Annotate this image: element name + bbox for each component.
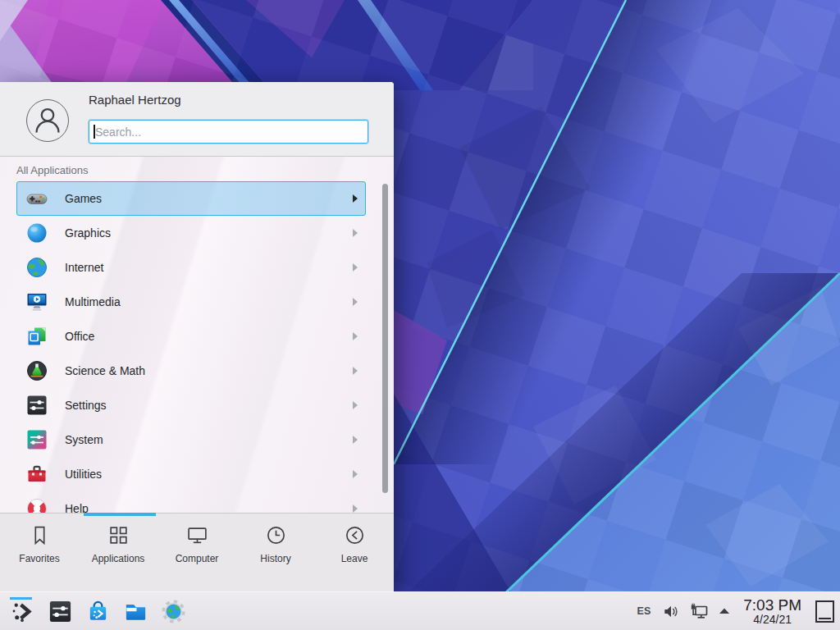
network-icon bbox=[689, 601, 710, 622]
application-launcher-icon bbox=[10, 599, 35, 624]
computer-icon bbox=[186, 524, 208, 546]
menu-item-settings[interactable]: Settings bbox=[16, 388, 366, 422]
user-name: Raphael Hertzog bbox=[89, 93, 181, 107]
menu-item-utilities[interactable]: Utilities bbox=[16, 457, 366, 491]
system-settings-launcher[interactable] bbox=[46, 596, 74, 626]
menu-item-label: Utilities bbox=[65, 468, 102, 481]
menu-item-help[interactable]: Help bbox=[16, 491, 366, 513]
chevron-right-icon bbox=[353, 263, 358, 272]
chevron-right-icon bbox=[353, 332, 358, 340]
office-icon bbox=[25, 325, 48, 348]
games-icon bbox=[25, 187, 48, 210]
chevron-right-icon bbox=[353, 194, 358, 203]
menu-item-label: Multimedia bbox=[65, 295, 121, 308]
application-launcher-menu: Raphael Hertzog All Applications bbox=[0, 82, 394, 591]
tab-label: Applications bbox=[92, 553, 145, 564]
clock-date: 4/24/21 bbox=[753, 614, 792, 626]
internet-icon bbox=[25, 256, 48, 279]
menu-item-label: Office bbox=[65, 330, 94, 343]
menu-item-science-math[interactable]: Science & Math bbox=[16, 354, 366, 388]
tab-computer[interactable]: Computer bbox=[158, 524, 236, 564]
applications-icon bbox=[107, 524, 130, 546]
menu-item-graphics[interactable]: Graphics bbox=[16, 216, 366, 250]
system-icon bbox=[25, 428, 48, 451]
menu-item-label: Internet bbox=[65, 261, 103, 274]
discover-icon bbox=[85, 599, 111, 624]
menu-item-system[interactable]: System bbox=[16, 422, 366, 457]
application-launcher-button[interactable] bbox=[8, 596, 36, 626]
system-settings-icon bbox=[48, 599, 73, 624]
volume-button[interactable] bbox=[661, 602, 680, 621]
keyboard-layout-indicator[interactable]: ES bbox=[637, 605, 651, 617]
menu-body: All Applications Games bbox=[0, 157, 394, 513]
tab-leave[interactable]: Leave bbox=[315, 524, 394, 564]
discover-launcher[interactable] bbox=[84, 596, 112, 626]
favorites-icon bbox=[29, 524, 51, 546]
chevron-right-icon bbox=[353, 401, 358, 409]
clock-time: 7:03 PM bbox=[743, 596, 801, 614]
tab-label: History bbox=[260, 553, 290, 564]
user-avatar-icon[interactable] bbox=[26, 99, 69, 142]
menu-item-label: Help bbox=[65, 502, 89, 513]
tab-favorites[interactable]: Favorites bbox=[0, 524, 79, 564]
menu-item-internet[interactable]: Internet bbox=[16, 250, 366, 285]
menu-item-games[interactable]: Games bbox=[16, 181, 366, 216]
text-caret bbox=[94, 125, 95, 139]
graphics-icon bbox=[25, 221, 48, 244]
web-browser-icon bbox=[161, 599, 186, 624]
digital-clock[interactable]: 7:03 PM 4/24/21 bbox=[743, 596, 801, 626]
taskbar: ES bbox=[0, 591, 840, 630]
menu-item-label: Graphics bbox=[65, 226, 111, 240]
web-browser-launcher[interactable] bbox=[159, 596, 187, 626]
tab-applications[interactable]: Applications bbox=[79, 524, 158, 564]
search-field-wrap bbox=[89, 120, 368, 144]
menu-header: Raphael Hertzog bbox=[0, 82, 394, 156]
tab-label: Computer bbox=[176, 553, 219, 564]
footer-tabs: Favorites Applications bbox=[0, 524, 394, 564]
utilities-icon bbox=[25, 463, 48, 486]
expand-tray-button[interactable] bbox=[718, 605, 731, 618]
file-manager-launcher[interactable] bbox=[121, 596, 149, 626]
section-label: All Applications bbox=[16, 164, 88, 176]
app-category-list: Games Graphics bbox=[16, 181, 366, 513]
chevron-right-icon bbox=[353, 298, 358, 306]
file-manager-icon bbox=[123, 599, 148, 624]
menu-item-label: Games bbox=[65, 192, 102, 205]
chevron-right-icon bbox=[353, 229, 358, 237]
network-button[interactable] bbox=[689, 601, 710, 622]
active-launcher-indicator bbox=[10, 597, 32, 600]
search-input[interactable] bbox=[89, 120, 368, 144]
menu-item-label: Settings bbox=[65, 399, 107, 412]
tab-label: Leave bbox=[341, 553, 368, 564]
tab-label: Favorites bbox=[19, 553, 59, 564]
history-icon bbox=[265, 524, 287, 546]
menu-item-multimedia[interactable]: Multimedia bbox=[16, 285, 366, 319]
chevron-right-icon bbox=[353, 436, 358, 444]
active-tab-indicator bbox=[84, 513, 156, 516]
help-icon bbox=[25, 497, 48, 513]
chevron-right-icon bbox=[353, 470, 358, 478]
expand-tray-icon bbox=[718, 605, 731, 618]
leave-icon bbox=[344, 524, 366, 546]
chevron-right-icon bbox=[353, 367, 358, 375]
multimedia-icon bbox=[25, 290, 48, 313]
footer-separator bbox=[0, 513, 394, 514]
list-scrollbar[interactable] bbox=[382, 184, 388, 493]
show-desktop-button[interactable] bbox=[815, 600, 834, 623]
settings-icon bbox=[25, 394, 48, 417]
menu-footer: Favorites Applications bbox=[0, 513, 394, 591]
menu-item-label: Science & Math bbox=[65, 364, 145, 377]
system-tray: ES bbox=[637, 596, 840, 626]
menu-item-label: System bbox=[65, 433, 103, 446]
volume-icon bbox=[661, 602, 680, 621]
chevron-right-icon bbox=[353, 504, 358, 513]
tab-history[interactable]: History bbox=[236, 524, 315, 564]
desktop: Raphael Hertzog All Applications bbox=[0, 0, 840, 630]
menu-item-office[interactable]: Office bbox=[16, 319, 366, 354]
science-icon bbox=[25, 359, 48, 382]
